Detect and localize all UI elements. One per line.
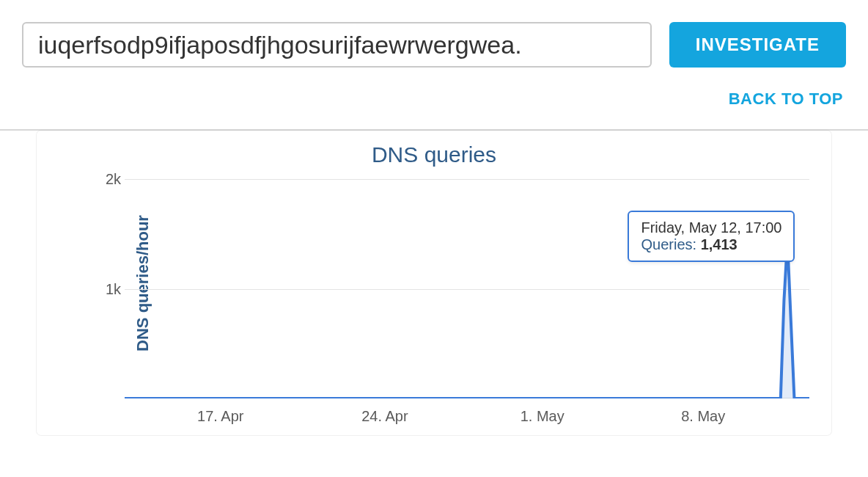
tooltip-timestamp: Friday, May 12, 17:00 (641, 219, 781, 236)
chart-tooltip: Friday, May 12, 17:00 Queries: 1,413 (628, 211, 795, 262)
investigate-button[interactable]: INVESTIGATE (669, 22, 846, 68)
x-tick-label: 1. May (521, 408, 564, 425)
back-to-top-link[interactable]: BACK TO TOP (0, 76, 868, 131)
dns-queries-chart: DNS queries DNS queries/hour 2k 1k 17. A… (37, 131, 831, 435)
x-tick-label: 24. Apr (361, 408, 408, 425)
series-line (125, 175, 809, 398)
x-tick-label: 17. Apr (197, 408, 243, 425)
chart-title: DNS queries (37, 138, 831, 170)
tooltip-queries-value: 1,413 (701, 236, 738, 252)
x-tick-label: 8. May (681, 408, 725, 425)
y-tick-label: 1k (84, 280, 121, 297)
tooltip-queries-label: Queries (641, 236, 692, 252)
plot-area: 2k 1k 17. Apr 24. Apr 1. May 8. May Frid… (125, 175, 809, 398)
y-tick-label: 2k (84, 171, 121, 188)
domain-search-input[interactable] (22, 22, 652, 68)
